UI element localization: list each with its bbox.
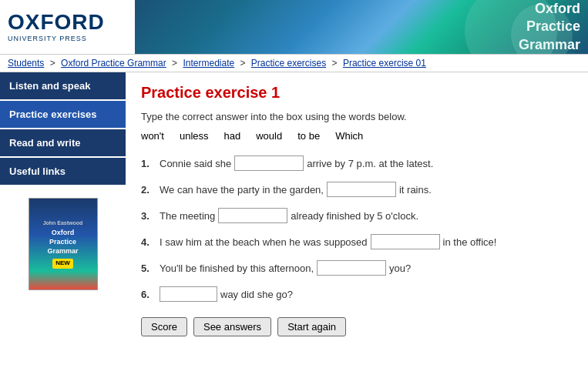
- word-had: had: [224, 130, 241, 142]
- breadcrumb-exercise01[interactable]: Practice exercise 01: [343, 58, 426, 69]
- word-would: would: [256, 130, 282, 142]
- q5-input[interactable]: [317, 260, 386, 276]
- q3-text-after: already finished by 5 o'clock.: [291, 210, 418, 222]
- question-4: 4. I saw him at the beach when he was su…: [141, 234, 573, 249]
- sidebar-item-useful-links[interactable]: Useful links: [0, 158, 126, 186]
- q4-text-before: I saw him at the beach when he was suppo…: [160, 236, 368, 248]
- word-to-be: to be: [297, 130, 320, 142]
- exercise-title: Practice exercise 1: [141, 84, 573, 102]
- word-unless: unless: [180, 130, 209, 142]
- q5-text-before: You'll be finished by this afternoon,: [160, 263, 314, 274]
- q2-text-before: We can have the party in the garden,: [160, 184, 324, 196]
- book-title: OxfordPracticeGrammar: [47, 229, 78, 256]
- book-author: John Eastwood: [43, 219, 83, 226]
- breadcrumb-sep2: >: [172, 58, 180, 69]
- start-again-button[interactable]: Start again: [277, 317, 346, 336]
- word-bank: won't unless had would to be Which: [141, 130, 573, 142]
- main-layout: Listen and speak Practice exercises Read…: [0, 72, 588, 380]
- q1-text-after: arrive by 7 p.m. at the latest.: [307, 158, 433, 169]
- logo-area: OXFORD UNIVERSITY PRESS: [0, 0, 135, 54]
- banner-title-line3: Grammar: [519, 37, 580, 52]
- breadcrumb-intermediate[interactable]: Intermediate: [183, 58, 234, 69]
- q1-num: 1.: [141, 158, 156, 169]
- word-which: Which: [335, 130, 363, 142]
- breadcrumb-practice-exercises[interactable]: Practice exercises: [251, 58, 326, 69]
- sidebar-item-listen-and-speak[interactable]: Listen and speak: [0, 72, 126, 101]
- q4-num: 4.: [141, 236, 156, 248]
- q3-input[interactable]: [218, 208, 287, 223]
- sidebar: Listen and speak Practice exercises Read…: [0, 72, 126, 380]
- header: OXFORD UNIVERSITY PRESS Oxford Practice …: [0, 0, 588, 54]
- question-5: 5. You'll be finished by this afternoon,…: [141, 260, 573, 276]
- word-wont: won't: [141, 130, 164, 142]
- banner-title-line2: Practice: [526, 18, 580, 34]
- breadcrumb-sep4: >: [332, 58, 340, 69]
- question-2: 2. We can have the party in the garden, …: [141, 182, 573, 197]
- q6-input[interactable]: [160, 286, 217, 302]
- see-answers-button[interactable]: See answers: [193, 317, 271, 336]
- breadcrumb-sep3: >: [240, 58, 248, 69]
- q1-input[interactable]: [234, 156, 304, 171]
- score-button[interactable]: Score: [141, 317, 187, 336]
- breadcrumb-students[interactable]: Students: [8, 58, 44, 69]
- logo-oxford: OXFORD: [8, 12, 127, 33]
- q2-input[interactable]: [327, 182, 396, 197]
- button-area: Score See answers Start again: [141, 317, 573, 336]
- q2-num: 2.: [141, 184, 156, 196]
- q2-text-after: it rains.: [399, 184, 432, 196]
- q3-text-before: The meeting: [160, 210, 215, 222]
- new-badge: NEW: [52, 259, 73, 268]
- breadcrumb-opg[interactable]: Oxford Practice Grammar: [61, 58, 166, 69]
- banner-title-line1: Oxford: [535, 1, 580, 16]
- q6-text-after: way did she go?: [220, 289, 293, 300]
- question-6: 6. way did she go?: [141, 286, 573, 302]
- q1-text-before: Connie said she: [160, 158, 231, 169]
- header-title: Oxford Practice Grammar: [519, 0, 580, 54]
- q3-num: 3.: [141, 210, 156, 222]
- breadcrumb: Students > Oxford Practice Grammar > Int…: [0, 54, 588, 72]
- q4-input[interactable]: [371, 234, 440, 249]
- header-banner: Oxford Practice Grammar: [135, 0, 588, 54]
- q5-num: 5.: [141, 263, 156, 274]
- question-1: 1. Connie said she arrive by 7 p.m. at t…: [141, 156, 573, 171]
- instruction: Type the correct answer into the box usi…: [141, 111, 573, 122]
- q6-num: 6.: [141, 289, 156, 300]
- q5-text-after: you?: [389, 263, 411, 274]
- breadcrumb-sep1: >: [50, 58, 58, 69]
- content: Practice exercise 1 Type the correct ans…: [126, 72, 588, 380]
- question-3: 3. The meeting already finished by 5 o'c…: [141, 208, 573, 223]
- sidebar-item-read-and-write[interactable]: Read and write: [0, 129, 126, 158]
- q4-text-after: in the office!: [443, 236, 497, 248]
- book-cover: John Eastwood OxfordPracticeGrammar NEW: [29, 198, 98, 290]
- logo-sub: UNIVERSITY PRESS: [8, 35, 127, 42]
- sidebar-item-practice-exercises[interactable]: Practice exercises: [0, 101, 126, 129]
